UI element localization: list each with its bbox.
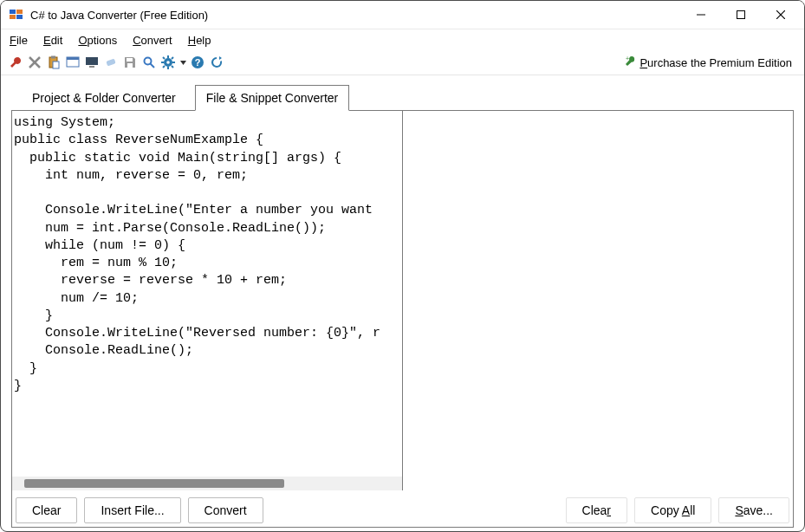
svg-rect-18 — [127, 58, 133, 62]
wrench-icon[interactable] — [8, 55, 23, 70]
svg-line-21 — [151, 64, 155, 68]
toolbar: ? + Purchase the Premium Edition — [1, 50, 804, 75]
source-code-pane[interactable]: using System; public class ReverseNumExa… — [12, 111, 403, 490]
panes-container: using System; public class ReverseNumExa… — [11, 110, 794, 528]
close-button[interactable] — [761, 1, 801, 29]
svg-rect-2 — [10, 15, 16, 19]
tabs-row: Project & Folder Converter File & Snippe… — [11, 75, 794, 110]
paste-icon[interactable] — [46, 55, 62, 70]
menu-edit[interactable]: Edit — [43, 34, 62, 47]
gear-dropdown-icon[interactable] — [179, 55, 186, 70]
clear-source-button[interactable]: Clear — [16, 497, 77, 523]
source-horizontal-scrollbar[interactable] — [12, 477, 402, 490]
svg-text:+: + — [626, 55, 629, 62]
svg-line-31 — [163, 66, 165, 68]
menubar: File Edit Options Convert Help — [1, 29, 804, 50]
premium-icon: + — [624, 55, 636, 70]
svg-rect-19 — [127, 63, 133, 68]
svg-rect-15 — [86, 57, 98, 65]
convert-button[interactable]: Convert — [188, 497, 263, 523]
clear-output-button[interactable]: Clear — [566, 497, 627, 523]
source-code-text[interactable]: using System; public class ReverseNumExa… — [12, 111, 402, 399]
svg-rect-1 — [16, 10, 23, 14]
titlebar: C# to Java Converter (Free Edition) — [1, 1, 804, 29]
save-output-button[interactable]: Save... — [718, 497, 789, 523]
svg-point-20 — [145, 58, 152, 65]
svg-rect-17 — [106, 58, 115, 66]
scrollbar-thumb[interactable] — [24, 479, 284, 488]
output-code-text[interactable] — [403, 111, 794, 118]
menu-convert[interactable]: Convert — [133, 34, 172, 47]
menu-help[interactable]: Help — [188, 34, 211, 47]
search-icon[interactable] — [141, 55, 157, 70]
tab-project-folder[interactable]: Project & Folder Converter — [22, 86, 186, 110]
app-icon — [10, 8, 23, 22]
svg-text:?: ? — [195, 57, 201, 68]
monitor-icon[interactable] — [84, 55, 100, 70]
menu-file[interactable]: File — [10, 34, 28, 47]
gear-icon[interactable] — [160, 55, 176, 70]
eraser-icon[interactable] — [103, 55, 119, 70]
svg-rect-3 — [16, 15, 23, 19]
button-row: Clear Insert File... Convert Clear Copy … — [12, 490, 793, 527]
tab-file-snippet[interactable]: File & Snippet Converter — [195, 85, 350, 111]
maximize-button[interactable] — [721, 1, 761, 29]
insert-file-button[interactable]: Insert File... — [84, 497, 180, 523]
svg-rect-12 — [53, 62, 59, 68]
svg-point-23 — [166, 61, 170, 64]
delete-icon[interactable] — [27, 55, 42, 70]
svg-rect-5 — [737, 11, 745, 19]
svg-rect-14 — [67, 57, 79, 60]
copy-all-button[interactable]: Copy All — [634, 497, 711, 523]
svg-line-29 — [172, 66, 173, 68]
svg-line-28 — [163, 57, 165, 59]
menu-options[interactable]: Options — [78, 34, 117, 47]
svg-line-30 — [172, 57, 173, 59]
output-code-pane[interactable] — [403, 111, 794, 490]
save-icon[interactable] — [122, 55, 138, 70]
minimize-button[interactable] — [681, 1, 721, 29]
premium-label: Purchase the Premium Edition — [639, 56, 792, 69]
refresh-icon[interactable] — [209, 55, 224, 70]
svg-rect-0 — [10, 10, 16, 14]
svg-rect-11 — [51, 56, 55, 59]
window-title: C# to Java Converter (Free Edition) — [30, 9, 208, 22]
app-window: C# to Java Converter (Free Edition) File… — [0, 0, 805, 532]
premium-link[interactable]: + Purchase the Premium Edition — [624, 55, 797, 70]
help-icon[interactable]: ? — [190, 55, 205, 70]
content-area: Project & Folder Converter File & Snippe… — [1, 75, 804, 531]
svg-rect-16 — [89, 66, 94, 68]
window-icon[interactable] — [65, 55, 81, 70]
